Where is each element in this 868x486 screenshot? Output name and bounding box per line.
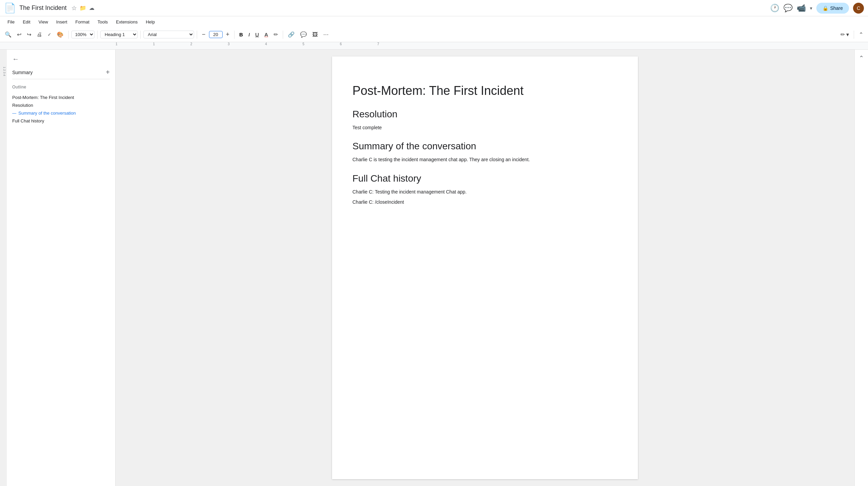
- divider-2: [97, 31, 98, 39]
- document-title: The First Incident: [19, 4, 67, 12]
- menu-extensions[interactable]: Extensions: [112, 18, 141, 26]
- undo-button[interactable]: ↩: [15, 30, 23, 39]
- outline-item-0[interactable]: Post-Mortem: The First Incident: [12, 94, 110, 101]
- font-size-input[interactable]: [209, 31, 223, 38]
- menu-bar: File Edit View Insert Format Tools Exten…: [0, 16, 868, 27]
- insert-comment-button[interactable]: 💬: [298, 30, 309, 39]
- search-button[interactable]: 🔍: [3, 30, 14, 39]
- resolution-body-0: Test complete: [352, 124, 618, 131]
- underline-button[interactable]: U: [253, 30, 261, 39]
- menu-file[interactable]: File: [4, 18, 18, 26]
- divider-1: [68, 31, 69, 39]
- text-color-button[interactable]: A: [262, 30, 270, 39]
- outline-item-3[interactable]: Full Chat history: [12, 117, 110, 125]
- sidebar-summary-section: Summary +: [12, 68, 110, 76]
- docs-icon: 📄: [4, 2, 16, 14]
- menu-format[interactable]: Format: [72, 18, 93, 26]
- toolbar: 🔍 ↩ ↪ 🖨 ✓ 🎨 100% Heading 1 Normal text H…: [0, 27, 868, 42]
- page-numbers: 1 2 3 4: [3, 67, 6, 76]
- outline-item-1[interactable]: Resolution: [12, 101, 110, 109]
- sidebar-divider: [12, 79, 110, 79]
- video-icon[interactable]: 📹: [797, 4, 806, 13]
- star-icon[interactable]: ☆: [71, 4, 77, 12]
- title-actions: ☆ 📁 ☁: [71, 4, 94, 12]
- italic-button[interactable]: I: [246, 30, 252, 39]
- font-select[interactable]: Arial Times New Roman: [143, 31, 194, 38]
- share-label: Share: [830, 5, 843, 11]
- avatar[interactable]: C: [853, 3, 864, 14]
- history-icon[interactable]: 🕐: [770, 4, 779, 13]
- sidebar-outline-label: Outline: [12, 85, 110, 89]
- divider-5: [234, 31, 235, 39]
- sidebar-add-button[interactable]: +: [106, 68, 110, 76]
- link-button[interactable]: 🔗: [286, 30, 297, 39]
- document-page: Post-Mortem: The First Incident Resoluti…: [332, 56, 638, 479]
- chat-body-1: Charlie C: /closeIncident: [352, 198, 618, 206]
- menu-edit[interactable]: Edit: [19, 18, 34, 26]
- right-panel: ⌃: [854, 50, 868, 486]
- summary-heading: Summary of the conversation: [352, 141, 618, 152]
- decrease-font-button[interactable]: −: [200, 30, 208, 39]
- lock-icon: 🔒: [822, 5, 828, 11]
- cloud-icon[interactable]: ☁: [89, 5, 94, 11]
- zoom-select[interactable]: 100%: [71, 31, 94, 38]
- left-margin: 1 2 3 4: [0, 50, 7, 486]
- style-select[interactable]: Heading 1 Normal text Heading 2 Heading …: [100, 31, 138, 38]
- divider-3: [140, 31, 141, 39]
- summary-body-0: Charlie C is testing the incident manage…: [352, 156, 618, 163]
- sidebar: ← Summary + Outline Post-Mortem: The Fir…: [7, 50, 116, 486]
- print-button[interactable]: 🖨: [35, 30, 44, 39]
- title-bar-right: 🕐 💬 📹 ▾ 🔒 Share C: [770, 3, 864, 14]
- more-options-button[interactable]: ⋯: [321, 30, 331, 39]
- divider-6: [283, 31, 283, 39]
- highlight-button[interactable]: ✏: [272, 30, 280, 39]
- menu-help[interactable]: Help: [142, 18, 158, 26]
- redo-button[interactable]: ↪: [25, 30, 33, 39]
- spellcheck-button[interactable]: ✓: [46, 31, 53, 38]
- increase-font-button[interactable]: +: [224, 30, 232, 39]
- sidebar-summary-title: Summary: [12, 70, 33, 75]
- main-content: 1 2 3 4 ← Summary + Outline Post-Mortem:…: [0, 50, 868, 486]
- collapse-toolbar-button[interactable]: ⌃: [857, 30, 865, 39]
- right-panel-toggle[interactable]: ⌃: [857, 52, 866, 64]
- page-area[interactable]: Post-Mortem: The First Incident Resoluti…: [116, 50, 854, 486]
- menu-insert[interactable]: Insert: [53, 18, 71, 26]
- ruler: 1 1 2 3 4 5 6 7: [0, 42, 868, 50]
- comment-icon[interactable]: 💬: [783, 4, 793, 13]
- outline-item-2[interactable]: Summary of the conversation: [12, 109, 110, 117]
- video-chevron[interactable]: ▾: [810, 5, 812, 11]
- bold-button[interactable]: B: [237, 30, 245, 39]
- editing-mode-button[interactable]: ✏ ▾: [838, 30, 851, 39]
- menu-view[interactable]: View: [35, 18, 51, 26]
- chat-body-0: Charlie C: Testing the incident manageme…: [352, 188, 618, 196]
- paint-format-button[interactable]: 🎨: [55, 30, 66, 39]
- document-title-heading: Post-Mortem: The First Incident: [352, 84, 618, 98]
- title-bar: 📄 The First Incident ☆ 📁 ☁ 🕐 💬 📹 ▾ 🔒 Sha…: [0, 0, 868, 16]
- divider-7: [854, 31, 854, 39]
- menu-tools[interactable]: Tools: [94, 18, 111, 26]
- divider-4: [197, 31, 197, 39]
- chat-history-heading: Full Chat history: [352, 173, 618, 184]
- share-button[interactable]: 🔒 Share: [816, 3, 849, 14]
- folder-icon[interactable]: 📁: [80, 5, 86, 11]
- sidebar-back-button[interactable]: ←: [12, 55, 110, 63]
- resolution-heading: Resolution: [352, 109, 618, 120]
- insert-image-button[interactable]: 🖼: [310, 30, 320, 39]
